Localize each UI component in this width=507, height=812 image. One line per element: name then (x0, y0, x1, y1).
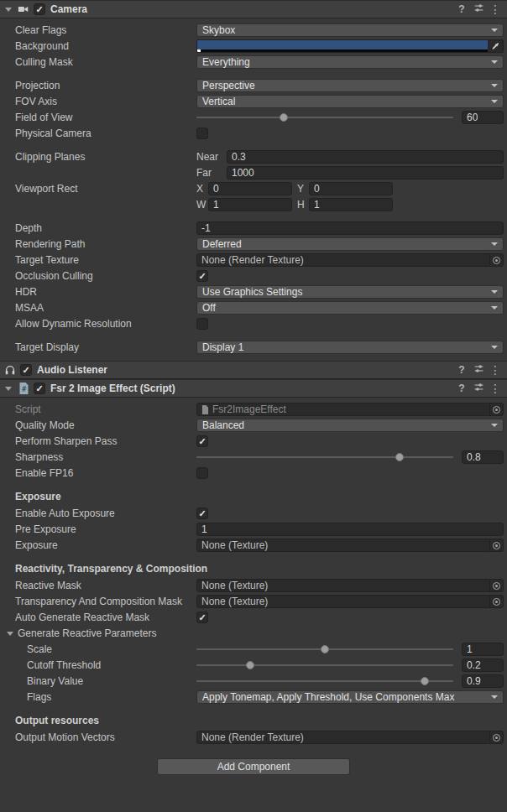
unity-inspector: Camera ? ⋮ Clear Flags Skybox Background (0, 0, 507, 812)
object-picker-icon[interactable] (489, 403, 503, 415)
more-menu-icon[interactable]: ⋮ (489, 364, 502, 376)
pre-exposure-input[interactable]: 1 (196, 523, 504, 536)
culling-mask-row: Culling Mask Everything (0, 55, 504, 70)
color-swatch[interactable] (197, 40, 488, 52)
scale-input[interactable]: 1 (462, 643, 504, 656)
viewport-w-input[interactable]: 1 (208, 198, 292, 211)
add-component-area: Add Component (0, 758, 507, 775)
slider-handle[interactable] (395, 453, 404, 461)
field-of-view-slider[interactable] (196, 111, 453, 124)
viewport-h-input[interactable]: 1 (309, 198, 393, 211)
culling-mask-label: Culling Mask (0, 56, 196, 68)
sharpness-value: 0.8 (467, 451, 481, 463)
binary-value-slider[interactable] (196, 674, 453, 688)
viewport-y-input[interactable]: 0 (309, 182, 393, 195)
presets-icon[interactable] (472, 382, 485, 395)
far-input[interactable]: 1000 (227, 166, 504, 180)
cutoff-threshold-input[interactable]: 0.2 (462, 658, 504, 672)
field-of-view-value: 60 (467, 112, 478, 123)
audio-listener-enabled-checkbox[interactable] (20, 364, 32, 376)
target-texture-row: Target Texture None (Render Texture) (0, 252, 504, 268)
exposure-section-header: Exposure (0, 488, 507, 505)
help-icon[interactable]: ? (455, 3, 468, 15)
more-menu-icon[interactable]: ⋮ (489, 383, 502, 394)
target-display-dropdown[interactable]: Display 1 (196, 341, 504, 354)
binary-value-input[interactable]: 0.9 (462, 674, 504, 688)
enable-auto-exposure-row: Enable Auto Exposure (0, 506, 504, 521)
fov-axis-dropdown[interactable]: Vertical (196, 95, 504, 108)
scale-slider[interactable] (196, 643, 453, 656)
cutoff-threshold-slider[interactable] (196, 658, 453, 672)
chevron-down-icon (491, 84, 498, 87)
viewport-x-input[interactable]: 0 (208, 182, 292, 195)
transparency-and-composition-mask-field[interactable]: None (Texture) (196, 595, 504, 608)
help-icon[interactable]: ? (455, 383, 468, 394)
presets-icon[interactable] (472, 363, 485, 377)
auto-generate-reactive-mask-checkbox[interactable] (196, 612, 208, 623)
msaa-dropdown[interactable]: Off (196, 301, 504, 315)
fsr2-properties: Script Fsr2ImageEffect Quality Mode Bala… (0, 398, 507, 745)
binary-value-row: Binary Value 0.9 (0, 674, 504, 689)
camera-component-header[interactable]: Camera ? ⋮ (0, 0, 507, 18)
slider-track (196, 680, 453, 682)
quality-mode-value: Balanced (202, 419, 488, 431)
camera-enabled-checkbox[interactable] (34, 3, 45, 15)
physical-camera-checkbox[interactable] (196, 128, 208, 139)
allow-dynamic-resolution-checkbox[interactable] (196, 318, 208, 330)
clear-flags-dropdown[interactable]: Skybox (196, 23, 504, 37)
reactive-mask-field[interactable]: None (Texture) (196, 579, 504, 592)
fov-axis-row: FOV Axis Vertical (0, 94, 504, 109)
object-picker-icon[interactable] (489, 539, 503, 551)
camera-foldout-icon[interactable] (3, 8, 13, 12)
output-motion-vectors-field[interactable]: None (Render Texture) (196, 731, 504, 744)
slider-handle[interactable] (421, 677, 429, 685)
far-label: Far (196, 167, 227, 179)
slider-handle[interactable] (280, 113, 288, 122)
perform-sharpen-pass-label: Perform Sharpen Pass (0, 435, 196, 447)
background-row: Background (0, 39, 504, 54)
rendering-path-dropdown[interactable]: Deferred (196, 237, 504, 251)
object-picker-icon[interactable] (489, 596, 503, 607)
audio-listener-component-header[interactable]: Audio Listener ? ⋮ (0, 361, 507, 379)
exposure-label: Exposure (0, 539, 196, 551)
presets-icon[interactable] (472, 3, 485, 16)
projection-dropdown[interactable]: Perspective (196, 79, 504, 92)
near-value: 0.3 (232, 151, 246, 163)
object-picker-icon[interactable] (489, 580, 503, 591)
help-icon[interactable]: ? (455, 364, 468, 376)
flags-dropdown[interactable]: Apply Tonemap, Apply Threshold, Use Comp… (196, 690, 504, 704)
script-file-icon (201, 405, 209, 414)
exposure-field[interactable]: None (Texture) (196, 539, 504, 552)
target-texture-field[interactable]: None (Render Texture) (196, 253, 504, 267)
spacer (0, 481, 507, 488)
enable-auto-exposure-checkbox[interactable] (196, 508, 208, 519)
near-input[interactable]: 0.3 (227, 150, 504, 164)
quality-mode-dropdown[interactable]: Balanced (196, 419, 504, 432)
field-of-view-input[interactable]: 60 (462, 111, 504, 124)
hdr-dropdown[interactable]: Use Graphics Settings (196, 285, 504, 299)
target-display-row: Target Display Display 1 (0, 340, 504, 355)
add-component-button[interactable]: Add Component (157, 758, 350, 775)
fsr2-foldout-icon[interactable] (3, 387, 13, 391)
perform-sharpen-pass-checkbox[interactable] (196, 435, 208, 447)
enable-fp16-checkbox[interactable] (196, 467, 208, 479)
depth-input[interactable]: -1 (196, 221, 504, 235)
script-field[interactable]: Fsr2ImageEffect (196, 403, 504, 416)
chevron-down-icon (491, 242, 498, 246)
object-picker-icon[interactable] (489, 254, 503, 266)
slider-handle[interactable] (321, 645, 329, 653)
object-picker-icon[interactable] (489, 731, 503, 743)
fsr2-component-header[interactable]: # Fsr 2 Image Effect (Script) ? ⋮ (0, 379, 507, 398)
cutoff-threshold-label: Cutoff Threshold (0, 659, 196, 671)
sharpness-slider[interactable] (196, 450, 453, 464)
eyedropper-icon[interactable] (488, 40, 503, 52)
generate-reactive-parameters-foldout[interactable]: Generate Reactive Parameters (0, 627, 196, 639)
culling-mask-dropdown[interactable]: Everything (196, 55, 504, 69)
occlusion-culling-checkbox[interactable] (196, 270, 208, 282)
slider-handle[interactable] (246, 661, 254, 669)
background-color-field[interactable] (196, 39, 504, 53)
cutoff-threshold-value: 0.2 (467, 659, 481, 671)
more-menu-icon[interactable]: ⋮ (489, 3, 502, 15)
sharpness-input[interactable]: 0.8 (462, 450, 504, 464)
fsr2-enabled-checkbox[interactable] (34, 383, 45, 394)
